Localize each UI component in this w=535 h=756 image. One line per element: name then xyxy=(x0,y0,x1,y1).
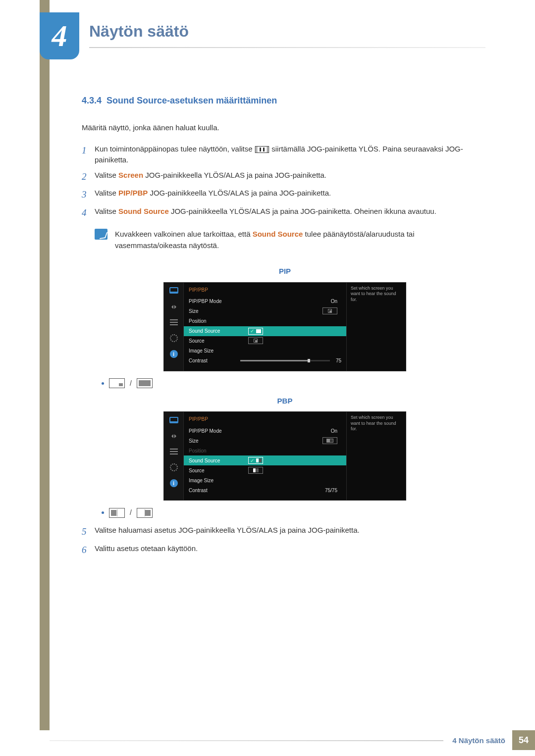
gear-icon xyxy=(168,462,179,472)
side-strip xyxy=(40,0,50,730)
note-icon xyxy=(95,229,107,240)
osd-row-mode: PIP/PBP Mode On xyxy=(184,297,346,306)
bullet-pbp: / xyxy=(102,507,488,518)
caption-pbp: PBP xyxy=(82,396,488,407)
chapter-number: 4 xyxy=(52,18,67,53)
osd-row-size: Size xyxy=(184,306,346,316)
footer-page: 54 xyxy=(512,730,535,750)
chapter-badge: 4 xyxy=(40,12,79,59)
step-4: 4 Valitse Sound Source JOG-painikkeella … xyxy=(82,206,488,220)
osd-row-size: Size xyxy=(184,436,346,446)
step-3: 3 Valitse PIP/PBP JOG-painikkeella YLÖS/… xyxy=(82,188,488,202)
osd-row-position: Position xyxy=(184,316,346,326)
monitor-icon xyxy=(168,415,179,425)
osd-row-mode: PIP/PBP Mode On xyxy=(184,426,346,436)
osd-row-contrast: Contrast 75/75 xyxy=(184,485,346,495)
osd-row-sound: Sound Source ✓ xyxy=(184,326,346,336)
osd-row-contrast: Contrast 75 xyxy=(184,356,346,366)
arrows-icon xyxy=(168,431,179,441)
bullet-pip: / xyxy=(102,378,488,389)
note: Kuvakkeen valkoinen alue tarkoittaa, ett… xyxy=(95,229,488,251)
osd-sidebar: i xyxy=(164,412,184,500)
footer-bar xyxy=(50,740,443,741)
osd-title: PIP/PBP xyxy=(184,285,346,297)
osd-help: Set which screen you want to hear the so… xyxy=(346,283,406,371)
osd-row-source: Source xyxy=(184,465,346,475)
step-2: 2 Valitse Screen JOG-painikkeella YLÖS/A… xyxy=(82,170,488,184)
info-icon: i xyxy=(168,349,179,359)
screen-right-icon xyxy=(137,508,153,518)
arrows-icon xyxy=(168,302,179,311)
osd-pip: i PIP/PBP PIP/PBP Mode On Size Position … xyxy=(163,282,406,371)
screen-corner-icon xyxy=(109,378,125,388)
gear-icon xyxy=(168,333,179,343)
chapter-title: Näytön säätö xyxy=(89,22,189,41)
intro-text: Määritä näyttö, jonka äänen haluat kuull… xyxy=(82,122,488,134)
screen-left-icon xyxy=(109,508,125,518)
footer-text: 4 Näytön säätö xyxy=(452,736,512,745)
step-1: 1 Kun toimintonäppäinopas tulee näyttöön… xyxy=(82,144,488,166)
bullet-icon xyxy=(102,382,104,385)
section-heading: 4.3.4 Sound Source-asetuksen määrittämin… xyxy=(82,94,488,107)
osd-help: Set which screen you want to hear the so… xyxy=(346,412,406,500)
info-icon: i xyxy=(168,478,179,488)
caption-pip: PIP xyxy=(82,266,488,277)
contrast-slider xyxy=(240,360,330,361)
title-underline xyxy=(89,47,485,48)
osd-row-position: Position xyxy=(184,446,346,455)
list-icon xyxy=(168,317,179,327)
step-5: 5 Valitse haluamasi asetus JOG-painikkee… xyxy=(82,525,488,539)
footer: 4 Näytön säätö 54 xyxy=(0,730,535,750)
osd-row-image: Image Size xyxy=(184,346,346,356)
bullet-icon xyxy=(102,511,104,514)
list-icon xyxy=(168,447,179,456)
osd-row-source: Source xyxy=(184,336,346,346)
osd-row-image: Image Size xyxy=(184,475,346,485)
osd-sidebar: i xyxy=(164,283,184,371)
content: 4.3.4 Sound Source-asetuksen määrittämin… xyxy=(82,94,488,561)
osd-row-sound: Sound Source ✓ xyxy=(184,455,346,465)
monitor-icon xyxy=(168,286,179,296)
screen-full-icon xyxy=(137,378,153,388)
menu-icon xyxy=(257,146,268,153)
osd-title: PIP/PBP xyxy=(184,414,346,426)
osd-pbp: i PIP/PBP PIP/PBP Mode On Size Position … xyxy=(163,411,406,501)
step-6: 6 Valittu asetus otetaan käyttöön. xyxy=(82,543,488,557)
